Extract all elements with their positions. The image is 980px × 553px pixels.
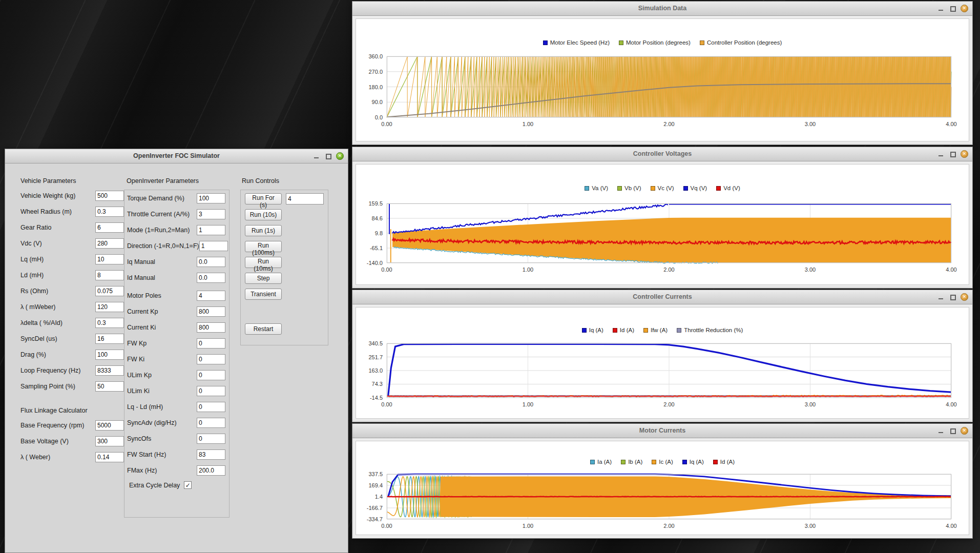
run-for-input[interactable]	[286, 193, 324, 204]
param-input-base-voltage-v[interactable]	[95, 436, 124, 446]
param-input-iq-manual[interactable]	[197, 257, 225, 267]
param-input-motor-poles[interactable]	[197, 291, 225, 301]
param-input-vehicle-weight-kg[interactable]	[95, 191, 124, 201]
y-axis-tick-label: 270.0	[368, 69, 383, 75]
window-simulation-data: Simulation Data Motor Elec Speed (Hz)Mot…	[352, 1, 973, 145]
param-row: Id Manual	[127, 273, 225, 283]
param-input-fw-ki[interactable]	[197, 354, 225, 364]
param-row: Vdc (V)	[20, 238, 124, 249]
param-input-ulim-kp[interactable]	[197, 370, 225, 380]
param-row: Motor Poles	[127, 291, 225, 301]
legend-label: Id (A)	[720, 459, 735, 465]
param-input-rs-ohm[interactable]	[95, 286, 124, 296]
legend-label: Vb (V)	[624, 185, 641, 191]
titlebar[interactable]: Controller Currents	[352, 290, 972, 304]
param-input-base-frequency-rpm[interactable]	[95, 420, 124, 431]
close-button[interactable]	[961, 150, 968, 158]
titlebar[interactable]: Controller Voltages	[352, 147, 972, 161]
minimize-button[interactable]	[937, 5, 945, 12]
param-input-syncadv-dig-hz[interactable]	[197, 418, 225, 428]
param-input-lq-ld-mh[interactable]	[197, 402, 225, 412]
minimize-button[interactable]	[937, 427, 945, 435]
param-label-iq-manual: Iq Manual	[127, 258, 197, 265]
run-100ms-button[interactable]: Run (100ms)	[245, 241, 282, 252]
param-row: Sampling Point (%)	[20, 381, 124, 392]
transient-button[interactable]: Transient	[245, 289, 282, 300]
param-input-sampling-point[interactable]	[95, 381, 124, 392]
param-input-lq-mh[interactable]	[95, 254, 124, 264]
param-input-torque-demand[interactable]	[197, 193, 225, 203]
param-input-drag[interactable]	[95, 350, 124, 360]
close-button[interactable]	[961, 427, 968, 435]
param-input-direction-1-r-0-n-1-f[interactable]	[199, 241, 228, 251]
step-button[interactable]: Step	[245, 273, 282, 284]
plot-area: 340.5251.7163.074.3-14.50.001.002.003.00…	[387, 343, 951, 398]
restart-button[interactable]: Restart	[245, 323, 282, 335]
param-row: λ ( Weber)	[20, 452, 124, 462]
run-10s-button[interactable]: Run (10s)	[245, 209, 282, 220]
legend-swatch	[683, 186, 688, 191]
param-row: Direction (-1=R,0=N,1=F)	[127, 241, 225, 251]
param-row: FW Start (Hz)	[127, 449, 225, 460]
param-input-fw-start-hz[interactable]	[197, 449, 225, 460]
param-input-ld-mh[interactable]	[95, 270, 124, 280]
run-10ms-button[interactable]: Run (10ms)	[245, 257, 282, 268]
legend-label: Vq (V)	[691, 185, 707, 191]
chart-legend: Ia (A)Ib (A)Ic (A)Iq (A)Id (A)	[356, 459, 969, 465]
param-input-ulim-ki[interactable]	[197, 386, 225, 396]
minimize-button[interactable]	[937, 293, 945, 301]
titlebar[interactable]: OpenInverter FOC Simulator	[5, 149, 348, 163]
titlebar[interactable]: Simulation Data	[352, 2, 972, 16]
titlebar[interactable]: Motor Currents	[352, 424, 972, 438]
param-input-throttle-current-a[interactable]	[197, 209, 225, 219]
run-1s-button[interactable]: Run (1s)	[245, 225, 282, 236]
legend-item: Ib (A)	[621, 459, 642, 465]
param-input-delta-aid[interactable]	[95, 318, 124, 328]
close-button[interactable]	[961, 5, 968, 12]
chart-card: Motor Elec Speed (Hz)Motor Position (deg…	[356, 18, 969, 141]
extra-cycle-delay-label: Extra Cycle Delay	[129, 482, 180, 489]
param-input-syncofs[interactable]	[197, 434, 225, 444]
param-input-current-kp[interactable]	[197, 306, 225, 317]
restore-button[interactable]	[949, 150, 956, 158]
param-input-mode-1-run-2-man[interactable]	[197, 225, 225, 235]
param-input-id-manual[interactable]	[197, 273, 225, 283]
window-controller-voltages: Controller Voltages Va (V)Vb (V)Vc (V)Vq…	[352, 147, 973, 289]
param-input-vdc-v[interactable]	[95, 238, 124, 249]
legend-item: Throttle Reduction (%)	[677, 327, 743, 333]
legend-item: Iq (A)	[682, 459, 704, 465]
restore-button[interactable]	[324, 152, 332, 160]
x-axis-tick-label: 1.00	[523, 523, 533, 529]
restore-button[interactable]	[949, 427, 956, 435]
param-label-mweber: λ ( mWeber)	[20, 303, 95, 311]
legend-swatch	[713, 460, 718, 464]
param-input-fw-kp[interactable]	[197, 338, 225, 349]
param-label-fw-ki: FW Ki	[127, 356, 197, 363]
param-input-mweber[interactable]	[95, 302, 124, 312]
minimize-button[interactable]	[937, 150, 945, 158]
param-row: SyncOfs	[127, 434, 225, 444]
param-input-syncdel-us[interactable]	[95, 334, 124, 344]
param-label-vehicle-weight-kg: Vehicle Weight (kg)	[20, 192, 95, 199]
restore-button[interactable]	[949, 5, 956, 12]
param-input-current-ki[interactable]	[197, 322, 225, 333]
restore-button[interactable]	[949, 293, 956, 301]
param-row: FW Kp	[127, 338, 225, 349]
legend-swatch	[585, 186, 589, 191]
param-row: λdelta ( %/AId)	[20, 318, 124, 328]
y-axis-tick-label: 9.8	[375, 230, 383, 236]
run-for-button[interactable]: Run For (s)	[245, 193, 282, 204]
close-button[interactable]	[961, 293, 968, 301]
param-input-loop-frequency-hz[interactable]	[95, 365, 124, 376]
param-row: Iq Manual	[127, 257, 225, 267]
param-input-fmax-hz[interactable]	[197, 465, 225, 476]
param-row: Drag (%)	[20, 350, 124, 360]
close-button[interactable]	[336, 152, 344, 160]
extra-cycle-delay-checkbox[interactable]: ✓	[184, 481, 192, 489]
legend-item: Vb (V)	[617, 185, 641, 191]
param-input-wheel-radius-m[interactable]	[95, 207, 124, 217]
param-row: Wheel Radius (m)	[20, 207, 124, 217]
minimize-button[interactable]	[312, 152, 320, 160]
param-input-weber[interactable]	[95, 452, 124, 462]
param-input-gear-ratio[interactable]	[95, 222, 124, 233]
